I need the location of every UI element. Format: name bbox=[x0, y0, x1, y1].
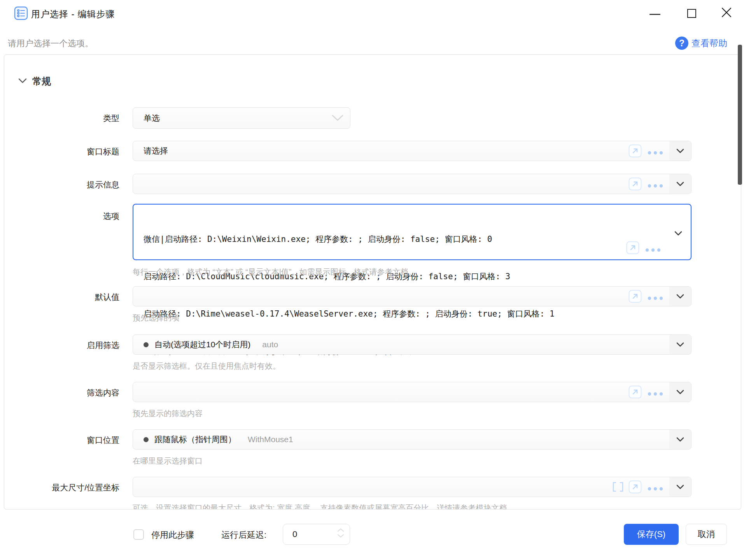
type-label: 类型 bbox=[4, 113, 119, 124]
section-general-title: 常规 bbox=[32, 75, 51, 88]
chevron-down-icon bbox=[676, 437, 684, 442]
filter-content-label: 筛选内容 bbox=[4, 387, 119, 398]
more-options-icon[interactable] bbox=[645, 247, 661, 254]
expand-field-button[interactable] bbox=[669, 477, 691, 497]
app-list-icon bbox=[14, 6, 28, 20]
expand-field-button[interactable] bbox=[669, 430, 691, 449]
window-position-code: WithMouse1 bbox=[248, 435, 293, 444]
close-icon bbox=[721, 7, 732, 19]
help-label: 查看帮助 bbox=[691, 37, 727, 49]
window-position-label: 窗口位置 bbox=[4, 435, 119, 446]
maximize-icon bbox=[687, 9, 696, 18]
window-title-value: 请选择 bbox=[144, 141, 168, 161]
maximize-button[interactable] bbox=[681, 4, 702, 23]
max-size-hint: 可选，设置选择窗口的最大尺寸，格式为: 宽度,高度。 支持像素数值或屏幕宽高百分… bbox=[133, 503, 507, 509]
popout-icon[interactable] bbox=[628, 144, 642, 159]
prompt-label: 提示信息 bbox=[4, 179, 119, 190]
expand-field-button[interactable] bbox=[669, 174, 691, 194]
chevron-down-icon[interactable] bbox=[674, 230, 682, 237]
window-title-label: 窗口标题 bbox=[4, 146, 119, 157]
number-stepper[interactable] bbox=[337, 528, 344, 538]
close-button[interactable] bbox=[716, 4, 737, 23]
vertical-scrollbar-thumb[interactable] bbox=[738, 45, 742, 185]
chevron-down-icon bbox=[18, 78, 27, 85]
popout-icon[interactable] bbox=[626, 241, 639, 256]
more-options-icon[interactable] bbox=[648, 295, 663, 302]
default-value-input[interactable] bbox=[133, 286, 691, 306]
max-size-label: 最大尺寸/位置坐标 bbox=[4, 482, 119, 493]
step-description: 请用户选择一个选项。 bbox=[8, 38, 93, 49]
settings-panel: 常规 类型 单选 窗口标题 请选择 提示信息 bbox=[4, 54, 741, 509]
window-title-input[interactable]: 请选择 bbox=[133, 141, 691, 161]
enable-filter-value: 自动(选项超过10个时启用) bbox=[154, 339, 250, 350]
selected-dot-icon bbox=[144, 342, 149, 347]
expand-field-button[interactable] bbox=[669, 287, 691, 306]
popout-icon[interactable] bbox=[628, 177, 642, 192]
expand-field-button[interactable] bbox=[669, 382, 691, 402]
save-button[interactable]: 保存(S) bbox=[624, 524, 679, 545]
disable-step-checkbox[interactable] bbox=[133, 529, 144, 540]
more-options-icon[interactable] bbox=[648, 149, 663, 156]
window-title: 用户选择 - 编辑步骤 bbox=[31, 8, 115, 20]
chevron-down-icon bbox=[337, 534, 344, 538]
enable-filter-select[interactable]: 自动(选项超过10个时启用) auto bbox=[133, 334, 691, 355]
expand-field-button[interactable] bbox=[669, 141, 691, 161]
popout-icon[interactable] bbox=[628, 290, 642, 304]
window-position-value: 跟随鼠标（指针周围） bbox=[154, 434, 236, 445]
max-size-input[interactable] bbox=[133, 477, 691, 497]
filter-content-input[interactable] bbox=[133, 382, 691, 402]
popout-icon[interactable] bbox=[628, 480, 642, 495]
chevron-down-icon bbox=[676, 485, 684, 489]
delay-input[interactable]: 0 bbox=[283, 524, 350, 545]
more-options-icon[interactable] bbox=[648, 390, 663, 397]
enable-filter-code: auto bbox=[262, 340, 278, 349]
cancel-button[interactable]: 取消 bbox=[686, 524, 727, 545]
minimize-icon bbox=[649, 10, 660, 17]
chevron-down-icon bbox=[331, 114, 344, 123]
chevron-down-icon bbox=[676, 294, 684, 299]
window-position-select[interactable]: 跟随鼠标（指针周围） WithMouse1 bbox=[133, 429, 691, 450]
prompt-input[interactable] bbox=[133, 174, 691, 194]
chevron-down-icon bbox=[676, 182, 684, 186]
chevron-down-icon bbox=[676, 149, 684, 153]
section-general-toggle[interactable]: 常规 bbox=[18, 75, 51, 88]
coordinates-picker-icon[interactable] bbox=[612, 481, 624, 494]
enable-filter-hint: 是否显示筛选框。仅在且使用焦点时有效。 bbox=[133, 361, 280, 371]
popout-icon[interactable] bbox=[628, 385, 642, 400]
disable-step-label: 停用此步骤 bbox=[151, 529, 194, 541]
expand-field-button[interactable] bbox=[669, 335, 691, 354]
filter-content-hint: 预先显示的筛选内容 bbox=[133, 408, 203, 419]
delay-value: 0 bbox=[292, 529, 297, 539]
help-icon: ? bbox=[675, 37, 688, 50]
chevron-up-icon bbox=[337, 528, 344, 532]
delay-label: 运行后延迟: bbox=[221, 529, 266, 541]
chevron-down-icon bbox=[676, 390, 684, 394]
options-label: 选项 bbox=[4, 211, 119, 222]
more-options-icon[interactable] bbox=[648, 182, 663, 189]
title-bar: 用户选择 - 编辑步骤 bbox=[0, 0, 744, 25]
minimize-button[interactable] bbox=[644, 4, 666, 23]
type-value: 单选 bbox=[144, 108, 160, 128]
enable-filter-label: 启用筛选 bbox=[4, 340, 119, 351]
options-textarea[interactable]: 微信|启动路径: D:\Weixin\Weixin.exe; 程序参数: ; 启… bbox=[133, 204, 691, 260]
more-options-icon[interactable] bbox=[648, 485, 663, 492]
selected-dot-icon bbox=[144, 437, 149, 442]
default-value-hint: 预先选择的项 bbox=[133, 313, 179, 323]
chevron-down-icon bbox=[676, 342, 684, 347]
view-help-link[interactable]: ? 查看帮助 bbox=[675, 37, 727, 50]
window-position-hint: 在哪里显示选择窗口 bbox=[133, 456, 203, 466]
default-value-label: 默认值 bbox=[4, 292, 119, 303]
type-select[interactable]: 单选 bbox=[133, 107, 350, 129]
options-hint: 每行一个选项，格式为 “文本” 或 “显示文本|值”。如需显示图标，格式请参考文… bbox=[133, 267, 416, 277]
